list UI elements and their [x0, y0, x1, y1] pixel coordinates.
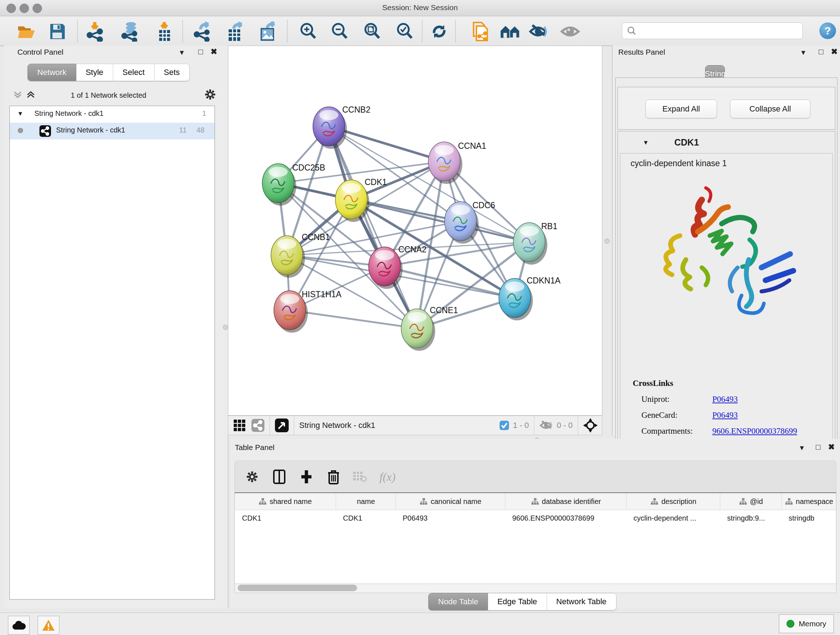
string-view-icon[interactable] — [251, 419, 264, 432]
table-cell[interactable]: CDK1 — [235, 510, 336, 526]
add-column-icon[interactable] — [300, 470, 313, 484]
panel-collapse-icon[interactable]: ▾ — [801, 49, 805, 57]
table-cell[interactable]: CDK1 — [336, 510, 395, 526]
column-header-database-identifier[interactable]: database identifier — [505, 493, 627, 510]
cloud-status-button[interactable] — [8, 616, 30, 635]
grid-view-icon[interactable] — [233, 419, 246, 432]
table-cell[interactable]: 9606.ENSP00000378699 — [505, 510, 626, 526]
birds-eye-view-icon[interactable] — [275, 418, 289, 432]
table-cell[interactable]: stringdb — [782, 510, 836, 526]
node-CDKN1A[interactable]: CDKN1A — [499, 276, 561, 320]
edge-HIST1H1A-CCNE1[interactable] — [290, 310, 417, 328]
table-cell[interactable]: stringdb:9... — [720, 510, 782, 526]
export-table-icon[interactable] — [225, 21, 245, 42]
tab-node-table[interactable]: Node Table — [428, 593, 488, 610]
tab-network-table[interactable]: Network Table — [547, 593, 616, 610]
table-cell[interactable]: cyclin-dependent ... — [626, 510, 720, 526]
column-header-description[interactable]: description — [626, 493, 720, 510]
column-header-shared-name[interactable]: shared name — [235, 493, 336, 510]
status-bar: Memory — [0, 613, 840, 635]
network-node-count: 11 — [179, 126, 187, 134]
panel-collapse-icon[interactable]: ▾ — [180, 49, 184, 57]
node-CCNA1[interactable]: CCNA1 — [428, 141, 486, 184]
save-session-icon[interactable] — [47, 21, 67, 42]
vertical-splitter-handle[interactable] — [223, 325, 228, 330]
search-input[interactable] — [637, 27, 797, 35]
node-CCNA2[interactable]: CCNA2 — [369, 245, 426, 289]
open-session-icon[interactable] — [17, 21, 37, 42]
export-image-icon[interactable] — [257, 21, 278, 42]
function-builder-button[interactable]: f(x) — [379, 470, 395, 484]
column-header--id[interactable]: @id — [720, 493, 782, 510]
node-CCNB2[interactable]: CCNB2 — [313, 105, 370, 149]
show-columns-icon[interactable] — [273, 470, 286, 484]
node-label-CDKN1A: CDKN1A — [527, 276, 561, 285]
zoom-selected-icon[interactable] — [395, 21, 415, 42]
toolbar-separator — [455, 20, 456, 42]
node-HIST1H1A[interactable]: HIST1H1A — [274, 290, 342, 333]
node-RB1[interactable]: RB1 — [513, 222, 557, 264]
panel-float-icon[interactable]: □ — [816, 443, 821, 451]
tab-style[interactable]: Style — [76, 64, 113, 81]
scrollbar-thumb[interactable] — [238, 585, 357, 591]
node-CDC6[interactable]: CDC6 — [445, 201, 495, 244]
help-icon[interactable]: ? — [819, 22, 836, 39]
network-collection-row[interactable]: ▾ String Network - cdk1 1 — [10, 106, 215, 123]
import-network-icon[interactable] — [85, 21, 106, 42]
expand-all-tree-icon[interactable] — [25, 90, 36, 100]
import-table-icon[interactable] — [154, 21, 174, 42]
panel-close-icon[interactable]: ✖ — [831, 48, 837, 56]
section-disclosure-icon[interactable]: ▾ — [644, 138, 647, 147]
network-row-selected[interactable]: String Network - cdk1 11 48 — [10, 123, 215, 139]
crosslink-value-link[interactable]: P06493 — [712, 410, 737, 420]
column-header-name[interactable]: name — [336, 493, 396, 510]
tab-sets[interactable]: Sets — [155, 64, 189, 81]
tab-edge-table[interactable]: Edge Table — [488, 593, 547, 610]
crosslink-label: Compartments: — [633, 426, 712, 436]
table-settings-gear-icon[interactable] — [246, 470, 259, 483]
fit-content-crosshair-icon[interactable] — [583, 418, 598, 432]
panel-close-icon[interactable]: ✖ — [828, 443, 835, 451]
zoom-out-icon[interactable] — [330, 21, 350, 42]
edge-CCNB2-CCNE1[interactable] — [329, 126, 417, 328]
panel-float-icon[interactable]: □ — [198, 48, 203, 56]
node-CCNE1[interactable]: CCNE1 — [401, 306, 458, 351]
column-header-canonical-name[interactable]: canonical name — [395, 493, 505, 510]
network-graph[interactable]: CCNB2CCNA1CDC25BCDK1CDC6RB1CCNB1CCNA2CDK… — [228, 46, 602, 415]
hidden-eye-slash-icon[interactable] — [539, 420, 554, 431]
hide-selected-icon[interactable] — [529, 21, 549, 42]
panel-close-icon[interactable]: ✖ — [210, 48, 217, 56]
collapse-all-tree-icon[interactable] — [12, 90, 23, 100]
zoom-in-icon[interactable] — [298, 21, 318, 42]
collection-disclosure-icon[interactable]: ▾ — [19, 109, 22, 118]
collapse-all-button[interactable]: Collapse All — [730, 100, 810, 119]
show-all-icon[interactable] — [560, 21, 580, 42]
import-network-database-icon[interactable] — [120, 21, 141, 42]
node-table[interactable]: shared namenamecanonical namedatabase id… — [234, 492, 836, 584]
new-network-from-selection-icon[interactable] — [470, 21, 491, 42]
tab-select[interactable]: Select — [113, 64, 155, 81]
table-horizontal-scrollbar[interactable] — [234, 584, 836, 593]
selected-checkbox-icon[interactable] — [499, 420, 509, 431]
hierarchy-icon — [651, 498, 658, 505]
table-cell[interactable]: P06493 — [395, 510, 505, 526]
toolbar-search[interactable] — [622, 22, 803, 39]
delete-table-icon[interactable] — [353, 471, 367, 483]
vertical-splitter-handle[interactable] — [605, 239, 609, 244]
memory-status-button[interactable]: Memory — [779, 614, 834, 633]
panel-float-icon[interactable]: □ — [819, 48, 823, 56]
export-network-icon[interactable] — [193, 21, 213, 42]
panel-collapse-icon[interactable]: ▾ — [800, 444, 804, 452]
network-canvas[interactable]: CCNB2CCNA1CDC25BCDK1CDC6RB1CCNB1CCNA2CDK… — [228, 46, 602, 416]
tab-network[interactable]: Network — [27, 64, 76, 81]
expand-all-button[interactable]: Expand All — [645, 100, 717, 119]
zoom-fit-icon[interactable] — [362, 21, 382, 42]
warning-status-button[interactable] — [38, 616, 59, 635]
refresh-icon[interactable] — [429, 21, 449, 42]
first-neighbors-icon[interactable] — [500, 21, 520, 42]
crosslink-value-link[interactable]: P06493 — [712, 394, 737, 404]
column-header-namespace[interactable]: namespace — [782, 493, 836, 510]
crosslink-value-link[interactable]: 9606.ENSP00000378699 — [712, 426, 797, 436]
network-options-gear-icon[interactable] — [204, 88, 216, 101]
delete-column-trash-icon[interactable] — [327, 469, 340, 485]
